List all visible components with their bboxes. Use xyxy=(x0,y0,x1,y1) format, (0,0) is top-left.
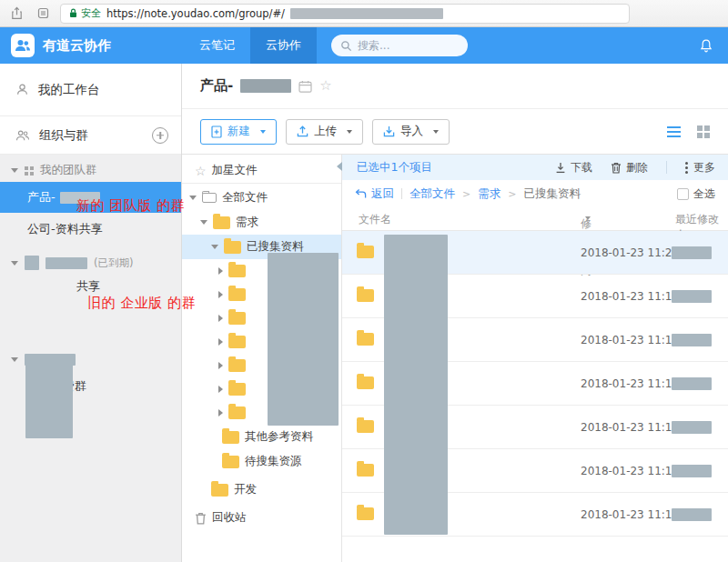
folder-icon xyxy=(228,383,246,396)
chevron-down-icon[interactable] xyxy=(189,196,197,200)
tree-item-starred[interactable]: ☆ 加星文件 xyxy=(182,158,341,184)
import-button[interactable]: 导入 xyxy=(372,119,450,145)
app-logo-icon[interactable] xyxy=(11,34,35,57)
search-input[interactable] xyxy=(358,39,449,52)
secure-label: 安全 xyxy=(81,6,101,20)
product-group-prefix: 产品- xyxy=(27,189,56,206)
breadcrumb-current: 已搜集资料 xyxy=(523,186,581,202)
chevron-down-icon[interactable] xyxy=(200,220,207,225)
recycle-bin-label: 回收站 xyxy=(212,510,247,526)
new-button-label: 新建 xyxy=(228,124,250,139)
file-list-panel: 已选中1个项目 下载 删除 xyxy=(342,155,728,562)
team-group-icon xyxy=(25,166,28,170)
breadcrumb-separator: > xyxy=(462,188,470,200)
sidebar-group-expired-header[interactable]: (已到期) xyxy=(0,251,181,275)
search-icon xyxy=(340,40,352,52)
delete-button[interactable]: 删除 xyxy=(611,160,648,176)
select-all-checkbox[interactable]: 全选 xyxy=(677,186,715,202)
annotation-old-enterprise-group: 旧的 企业版 的群 xyxy=(87,295,196,312)
more-icon xyxy=(685,162,688,174)
import-button-label: 导入 xyxy=(400,124,423,139)
more-button[interactable]: 更多 xyxy=(685,160,715,176)
redacted-folder-names xyxy=(268,253,339,426)
chevron-down-icon[interactable] xyxy=(11,168,18,173)
chevron-right-icon[interactable] xyxy=(218,291,223,298)
toolbar: 新建 上传 导入 xyxy=(182,109,728,155)
expired-badge: (已到期) xyxy=(94,256,133,270)
upload-button[interactable]: 上传 xyxy=(286,119,363,145)
breadcrumb: 返回 全部文件 > 需求 > 已搜集资料 全选 xyxy=(342,180,728,207)
folder-icon xyxy=(222,456,239,468)
screen: 安全 https://note.youdao.com/group/#/ 有道云协… xyxy=(0,0,728,562)
chevron-down-icon[interactable] xyxy=(11,261,18,266)
folder-icon xyxy=(222,431,239,444)
new-button[interactable]: 新建 xyxy=(200,119,277,145)
tree-item-recycle-bin[interactable]: 回收站 xyxy=(182,506,341,530)
back-label: 返回 xyxy=(371,186,394,202)
back-button[interactable]: 返回 xyxy=(355,186,394,202)
tree-item-dev[interactable]: 开发 xyxy=(182,477,341,502)
folder-icon xyxy=(357,507,374,520)
breadcrumb-all-files[interactable]: 全部文件 xyxy=(410,186,455,202)
selection-bar: 已选中1个项目 下载 删除 xyxy=(342,155,728,180)
add-group-button[interactable] xyxy=(152,127,168,144)
sidebar-item-company-share[interactable]: 公司-资料共享 xyxy=(0,213,181,246)
star-icon[interactable]: ☆ xyxy=(319,79,331,93)
team-groups-label: 我的团队群 xyxy=(40,163,97,178)
chevron-down-icon[interactable] xyxy=(11,357,18,362)
address-bar[interactable]: 安全 https://note.youdao.com/group/#/ xyxy=(60,4,630,24)
tabs-icon[interactable] xyxy=(34,5,52,23)
folder-icon xyxy=(224,241,241,254)
url-text: https://note.youdao.com/group/#/ xyxy=(106,7,285,20)
import-icon xyxy=(383,125,395,137)
folder-icon xyxy=(357,420,374,433)
folder-icon xyxy=(357,289,374,302)
chevron-right-icon[interactable] xyxy=(218,338,223,346)
collapse-tree-icon[interactable] xyxy=(337,162,342,171)
breadcrumb-requirements[interactable]: 需求 xyxy=(478,186,500,202)
chevron-right-icon[interactable] xyxy=(218,409,223,416)
more-label: 更多 xyxy=(693,160,715,176)
list-view-icon[interactable] xyxy=(667,126,681,137)
lock-icon xyxy=(69,8,77,18)
main-panel: 产品- ☆ 新建 上传 导入 xyxy=(182,64,728,562)
calendar-icon[interactable] xyxy=(298,80,312,93)
tab-cloud-note[interactable]: 云笔记 xyxy=(184,27,250,64)
download-button[interactable]: 下载 xyxy=(555,160,592,176)
folder-icon xyxy=(228,406,246,419)
tab-cloud-collab[interactable]: 云协作 xyxy=(250,27,317,64)
tree-item-other-refs[interactable]: 其他参考资料 xyxy=(182,425,341,449)
checkbox-icon[interactable] xyxy=(677,188,689,200)
requirements-label: 需求 xyxy=(236,215,258,230)
chevron-down-icon[interactable] xyxy=(211,245,218,249)
notification-bell-icon[interactable] xyxy=(699,38,713,54)
redacted-editor xyxy=(672,508,712,521)
column-file-name[interactable]: 文件名 xyxy=(359,212,391,227)
upload-icon xyxy=(297,125,308,137)
file-modified-time: 2018-01-23 11:20 xyxy=(581,246,679,259)
starred-label: 加星文件 xyxy=(212,163,258,178)
grid-view-icon[interactable] xyxy=(697,125,710,138)
chevron-right-icon[interactable] xyxy=(218,267,223,275)
chevron-right-icon[interactable] xyxy=(218,386,223,393)
tree-item-pending-resources[interactable]: 待搜集资源 xyxy=(182,449,341,474)
file-modified-time: 2018-01-23 11:17 xyxy=(581,290,679,303)
group-title-row: 产品- ☆ xyxy=(182,64,728,109)
redacted-editor xyxy=(672,290,712,303)
sidebar-group-team-header[interactable]: 我的团队群 xyxy=(0,158,181,182)
redacted-editor xyxy=(672,246,712,259)
redacted-url xyxy=(290,8,443,19)
tree-item-requirements[interactable]: 需求 xyxy=(182,210,341,235)
browser-bar: 安全 https://note.youdao.com/group/#/ xyxy=(0,0,728,27)
sidebar-item-org-groups[interactable]: 组织与群 xyxy=(0,116,181,155)
folder-icon xyxy=(228,265,246,277)
sidebar-item-workbench[interactable]: 我的工作台 xyxy=(0,64,181,116)
chevron-right-icon[interactable] xyxy=(218,315,223,322)
tree-item-all-files[interactable]: 全部文件 xyxy=(182,186,341,210)
sidebar: 我的工作台 组织与群 我的团队群 产品- 公司-资料共享 xyxy=(0,64,182,562)
share-icon[interactable] xyxy=(7,5,25,23)
annotation-new-team-group: 新的 团队版 的群 xyxy=(76,197,185,215)
folder-icon xyxy=(228,359,246,372)
chevron-right-icon[interactable] xyxy=(218,362,223,369)
search-box[interactable] xyxy=(331,35,468,56)
